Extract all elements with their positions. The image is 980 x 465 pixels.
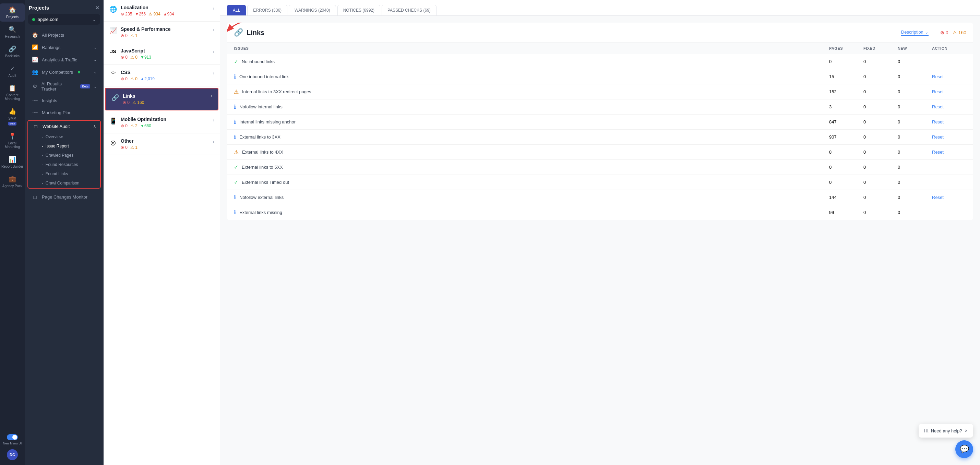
chevron-down-icon: ⌄ — [94, 84, 97, 89]
submenu-item-found-links[interactable]: Found Links — [37, 169, 98, 178]
col-fixed: FIXED — [864, 46, 898, 50]
chevron-up-icon: ∧ — [93, 124, 96, 129]
pages-count: 0 — [829, 165, 864, 170]
submenu-item-crawl-comparison[interactable]: Crawl Comparison — [37, 179, 98, 188]
fixed-count: 0 — [864, 59, 898, 64]
chat-popup-text: Hi. Need any help? — [924, 428, 962, 433]
sidebar-item-agency-pack[interactable]: 💼 Agency Pack — [0, 172, 25, 191]
sidebar-item-local-marketing[interactable]: 📍 Local Marketing — [0, 130, 25, 151]
pages-count: 8 — [829, 150, 864, 154]
sidebar-item-analytics-traffic[interactable]: 📈 Analytics & Traffic ⌄ — [27, 54, 102, 65]
home-icon: 🏠 — [9, 6, 16, 14]
nav-label-projects: Projects — [6, 15, 19, 19]
mobile-icon: 📱 — [109, 117, 117, 125]
insights-icon: 〰 — [32, 98, 38, 104]
pages-count: 907 — [829, 134, 864, 140]
found-links-label: Found Links — [46, 172, 68, 176]
tab-warnings[interactable]: WARNINGS (2040) — [289, 5, 336, 16]
mobile-title: Mobile Optimization — [121, 116, 209, 122]
submenu-item-issue-report[interactable]: Issue Report — [37, 142, 98, 151]
chevron-down-icon: ⌄ — [94, 45, 97, 50]
research-icon: 🔍 — [9, 26, 16, 33]
localization-icon: 🌐 — [109, 5, 117, 13]
sidebar-item-marketing-plan[interactable]: 〰 Marketing Plan — [27, 107, 102, 118]
new-count: 0 — [898, 210, 932, 215]
tab-errors[interactable]: ERRORS (336) — [247, 5, 287, 16]
chat-open-button[interactable]: 💬 — [955, 440, 973, 458]
website-audit-header[interactable]: □ Website Audit ∧ — [28, 121, 100, 132]
sidebar-item-smm[interactable]: 👍 SMM Beta — [0, 105, 25, 128]
nav-label-agency: Agency Pack — [2, 184, 22, 188]
submenu-item-found-resources[interactable]: Found Resources — [37, 160, 98, 169]
reset-button[interactable]: Reset — [932, 150, 966, 154]
chat-icon: 💬 — [960, 445, 969, 454]
avatar[interactable]: DC — [7, 449, 18, 460]
sidebar-item-rankings[interactable]: 📶 Rankings ⌄ — [27, 41, 102, 53]
description-button[interactable]: Description ⌄ — [901, 30, 929, 36]
reset-button[interactable]: Reset — [932, 89, 966, 94]
speed-warning-count: ⚠ 1 — [130, 33, 137, 38]
javascript-stats: ⊗ 0 ⚠ 0 ▼913 — [121, 55, 209, 60]
sidebar-item-ai-results-tracker[interactable]: ⚙ AI Results Tracker Beta ⌄ — [27, 78, 102, 94]
category-other[interactable]: ◎ Other ⊗ 0 ⚠ 1 › — [103, 134, 220, 155]
category-links[interactable]: 🔗 Links ⊗ 0 ⚠ 160 › — [106, 89, 218, 110]
sidebar-item-research[interactable]: 🔍 Research — [0, 23, 25, 41]
js-error-count: ⊗ 0 — [121, 55, 127, 60]
project-name: apple.com — [38, 17, 58, 22]
sidebar-item-projects[interactable]: 🏠 Projects — [0, 3, 25, 22]
sidebar-item-backlinks[interactable]: 🔗 Backlinks — [0, 43, 25, 61]
submenu-item-crawled-pages[interactable]: Crawled Pages — [37, 151, 98, 160]
success-icon: ✓ — [234, 164, 238, 170]
sidebar-item-all-projects[interactable]: 🏠 All Projects — [27, 29, 102, 41]
css-error-count: ⊗ 0 — [121, 76, 127, 81]
reset-button[interactable]: Reset — [932, 119, 966, 124]
sidebar-item-report-builder[interactable]: 📊 Report Builder — [0, 153, 25, 171]
other-warning-count: ⚠ 1 — [130, 145, 137, 150]
speed-title: Speed & Performance — [121, 26, 209, 32]
analytics-label: Analytics & Traffic — [42, 57, 77, 62]
warning-triangle-icon: ⚠ — [953, 30, 957, 35]
reset-button[interactable]: Reset — [932, 134, 966, 140]
all-projects-icon: 🏠 — [32, 32, 38, 38]
pages-count: 144 — [829, 195, 864, 200]
chevron-down-icon: ⌄ — [92, 17, 96, 22]
issue-cell-nofollow-internal: ℹ Nofollow internal links — [234, 104, 829, 110]
reset-button[interactable]: Reset — [932, 74, 966, 79]
new-count: 0 — [898, 150, 932, 154]
new-count: 0 — [898, 134, 932, 140]
reset-button[interactable]: Reset — [932, 104, 966, 109]
new-count: 0 — [898, 104, 932, 109]
speed-content: Speed & Performance ⊗ 0 ⚠ 1 — [121, 26, 209, 38]
fixed-count: 0 — [864, 89, 898, 94]
category-speed-performance[interactable]: 📈 Speed & Performance ⊗ 0 ⚠ 1 › — [103, 22, 220, 43]
sidebar-item-my-competitors[interactable]: 👥 My Competitors ⌄ — [27, 66, 102, 78]
new-count: 0 — [898, 180, 932, 185]
category-localization[interactable]: 🌐 Localization ⊗ 235 ▼256 ⚠ 934 ▲934 › — [103, 0, 220, 22]
sidebar-item-audit[interactable]: ✓ Audit — [0, 62, 25, 80]
table-row: ℹ One inbound internal link 15 0 0 Reset — [227, 69, 973, 84]
sidebar-item-content-marketing[interactable]: 📋 Content Marketing — [0, 81, 25, 104]
sidebar-item-insights[interactable]: 〰 Insights — [27, 95, 102, 106]
category-mobile[interactable]: 📱 Mobile Optimization ⊗ 0 ⚠ 2 ▼660 › — [103, 112, 220, 134]
tab-all[interactable]: ALL — [227, 5, 246, 16]
info-icon: ℹ — [234, 194, 236, 201]
issue-cell-one-inbound: ℹ One inbound internal link — [234, 73, 829, 80]
tab-notices[interactable]: NOTICES (6992) — [337, 5, 380, 16]
sidebar-item-page-changes-monitor[interactable]: □ Page Changes Monitor — [27, 191, 102, 203]
localization-title: Localization — [121, 5, 209, 10]
fixed-count: 0 — [864, 195, 898, 200]
sidebar-close-button[interactable]: ✕ — [95, 5, 99, 11]
issue-text: External links Timed out — [242, 180, 289, 185]
chat-close-button[interactable]: × — [965, 428, 968, 433]
crawled-pages-label: Crawled Pages — [46, 153, 73, 158]
tab-passed[interactable]: PASSED CHECKS (69) — [382, 5, 436, 16]
header-warning-count: ⚠ 160 — [953, 30, 966, 35]
category-css[interactable]: <> CSS ⊗ 0 ⚠ 0 ▲2,019 › — [103, 65, 220, 86]
project-selector[interactable]: apple.com ⌄ — [28, 14, 100, 25]
category-javascript[interactable]: JS JavaScript ⊗ 0 ⚠ 0 ▼913 › — [103, 43, 220, 65]
reset-button[interactable]: Reset — [932, 195, 966, 200]
localization-error-count: ⊗ 235 — [121, 12, 132, 16]
new-menu-toggle[interactable] — [7, 434, 18, 440]
issue-text: No inbound links — [242, 59, 275, 64]
submenu-item-overview[interactable]: Overview — [37, 132, 98, 141]
